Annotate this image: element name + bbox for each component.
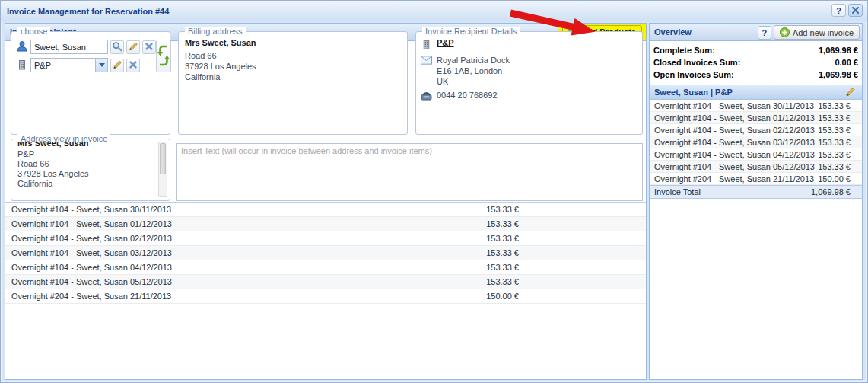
product-row[interactable]: Overnight #104 - Sweet, Susan 03/12/2013… xyxy=(5,246,646,260)
phone-icon xyxy=(421,91,433,102)
overview-title: Overview xyxy=(654,27,692,37)
building-icon xyxy=(421,39,433,52)
window-titlebar: Invoice Management for Reservation #44 ? xyxy=(1,1,867,21)
address-view-text[interactable]: Mrs Sweet, Susan P&PRoad 6637928 Los Ang… xyxy=(14,142,156,197)
address-view-fieldset: Address view in invoice Mrs Sweet, Susan… xyxy=(11,139,170,201)
invoice-item-row[interactable]: Overnight #104 - Sweet, Susan 02/12/2013… xyxy=(650,124,862,136)
product-row[interactable]: Overnight #104 - Sweet, Susan 05/12/2013… xyxy=(5,275,646,289)
sum-label: Open Invoices Sum: xyxy=(653,70,819,79)
recipient-company-row: P&P xyxy=(416,37,642,53)
address-view-name: Mrs Sweet, Susan xyxy=(14,142,156,149)
product-row[interactable]: Overnight #204 - Sweet, Susan 21/11/2013… xyxy=(5,289,646,304)
billing-address-fieldset: Billing address Mrs Sweet, Susan Road 66… xyxy=(178,31,408,135)
billing-address-line: 37928 Los Angeles xyxy=(179,61,407,72)
guest-clear-button[interactable] xyxy=(142,40,156,54)
invoice-item-label: Overnight #204 - Sweet, Susan 21/11/2013 xyxy=(650,174,818,184)
invoice-item-label: Overnight #104 - Sweet, Susan 05/12/2013 xyxy=(650,162,818,171)
invoice-subheader[interactable]: Sweet, Susan | P&P xyxy=(650,85,862,100)
sum-label: Complete Sum: xyxy=(653,46,819,55)
close-icon xyxy=(852,6,859,15)
invoice-item-row[interactable]: Overnight #104 - Sweet, Susan 30/11/2013… xyxy=(650,100,862,112)
recipient-phone: 0044 20 768692 xyxy=(437,90,498,101)
company-select-value: P&P xyxy=(31,61,95,70)
invoice-item-row[interactable]: Overnight #104 - Sweet, Susan 04/12/2013… xyxy=(650,148,862,161)
invoice-item-row[interactable]: Overnight #104 - Sweet, Susan 01/12/2013… xyxy=(650,112,862,124)
product-amount: 153.33 € xyxy=(443,263,519,272)
sum-value: 1,069.98 € xyxy=(819,46,858,55)
sum-label: Closed Invoices Sum: xyxy=(653,58,835,67)
recipient-details-legend: Invoice Recipient Details xyxy=(422,27,520,36)
company-select[interactable]: P&P xyxy=(30,58,108,72)
insert-text-area[interactable] xyxy=(176,143,643,201)
address-view-line: 37928 Los Angeles xyxy=(14,169,156,179)
window-close-button[interactable] xyxy=(848,4,863,17)
product-label: Overnight #104 - Sweet, Susan 05/12/2013 xyxy=(5,277,443,286)
invoice-item-label: Overnight #104 - Sweet, Susan 03/12/2013 xyxy=(650,138,818,147)
invoice-item-amount: 153.33 € xyxy=(818,138,862,147)
add-new-invoice-label: Add new invoice xyxy=(793,28,854,37)
product-amount: 153.33 € xyxy=(443,248,519,257)
company-clear-button[interactable] xyxy=(126,59,140,72)
invoice-total-value: 1,069.98 € xyxy=(811,187,862,196)
product-label: Overnight #104 - Sweet, Susan 02/12/2013 xyxy=(5,234,443,243)
address-view-lines: P&PRoad 6637928 Los AngelesCalifornia xyxy=(14,149,156,189)
invoice-item-row[interactable]: Overnight #204 - Sweet, Susan 21/11/2013… xyxy=(650,173,862,185)
invoice-item-amount: 150.00 € xyxy=(818,174,862,184)
sum-value: 1,069.98 € xyxy=(819,70,858,79)
billing-address-line: California xyxy=(179,72,407,82)
address-view-line: California xyxy=(14,179,156,189)
overview-help-button[interactable]: ? xyxy=(758,26,771,40)
pencil-icon xyxy=(112,59,122,72)
address-view-scrollbar[interactable] xyxy=(158,142,167,197)
invoice-item-amount: 153.33 € xyxy=(818,162,862,171)
product-label: Overnight #104 - Sweet, Susan 30/11/2013 xyxy=(5,205,443,214)
sum-row: Closed Invoices Sum: 0.00 € xyxy=(650,56,862,69)
recipient-address-lines: Royal Patricia DockE16 1AB, LondonUK xyxy=(437,55,510,87)
recipient-address-line: E16 1AB, London xyxy=(437,65,510,76)
product-row[interactable]: Overnight #104 - Sweet, Susan 04/12/2013… xyxy=(5,260,646,275)
overview-header: Overview ? Add new invoice xyxy=(650,24,862,41)
invoice-item-label: Overnight #104 - Sweet, Susan 04/12/2013 xyxy=(650,150,818,159)
product-amount: 150.00 € xyxy=(443,292,519,301)
guest-input[interactable] xyxy=(30,40,108,54)
product-row[interactable]: Overnight #104 - Sweet, Susan 01/12/2013… xyxy=(5,217,646,231)
product-amount: 153.33 € xyxy=(443,234,519,243)
recipient-address-row: Royal Patricia DockE16 1AB, LondonUK xyxy=(416,53,642,88)
pencil-icon xyxy=(844,86,856,99)
delete-x-icon xyxy=(145,42,154,53)
invoice-item-row[interactable]: Overnight #104 - Sweet, Susan 05/12/2013… xyxy=(650,161,862,173)
recipient-address-line: Royal Patricia Dock xyxy=(437,55,510,65)
search-icon xyxy=(112,41,122,53)
product-label: Overnight #104 - Sweet, Susan 04/12/2013 xyxy=(5,263,443,272)
billing-address-legend: Billing address xyxy=(185,27,246,36)
guest-edit-button[interactable] xyxy=(126,40,140,54)
product-row[interactable]: Overnight #104 - Sweet, Susan 30/11/2013… xyxy=(5,203,646,217)
invoice-item-amount: 153.33 € xyxy=(818,113,862,123)
swap-guest-company-button[interactable] xyxy=(156,40,171,72)
address-view-line: P&P xyxy=(14,149,156,159)
guest-search-button[interactable] xyxy=(110,40,124,54)
plus-circle-icon xyxy=(780,27,790,37)
chevron-down-icon[interactable] xyxy=(95,59,107,72)
invoice-items-grid: Overnight #104 - Sweet, Susan 30/11/2013… xyxy=(650,100,862,185)
billing-address-lines: Road 6637928 Los AngelesCalifornia xyxy=(179,50,407,82)
add-new-invoice-button[interactable]: Add new invoice xyxy=(774,25,860,40)
invoice-item-row[interactable]: Overnight #104 - Sweet, Susan 03/12/2013… xyxy=(650,136,862,148)
invoice-item-label: Overnight #104 - Sweet, Susan 30/11/2013 xyxy=(650,101,818,110)
scrollbar-thumb[interactable] xyxy=(160,143,166,174)
window-help-button[interactable]: ? xyxy=(831,4,846,17)
recipient-phone-row: 0044 20 768692 xyxy=(416,88,642,104)
company-edit-button[interactable] xyxy=(110,59,124,72)
product-amount: 153.33 € xyxy=(443,205,519,214)
product-row[interactable]: Overnight #104 - Sweet, Susan 02/12/2013… xyxy=(5,231,646,246)
product-amount: 153.33 € xyxy=(443,219,519,228)
window-tools: ? xyxy=(831,4,863,17)
overview-panel: Overview ? Add new invoice Complete Sum:… xyxy=(649,23,863,380)
sum-row: Complete Sum: 1,069.98 € xyxy=(650,44,862,56)
edit-invoice-button[interactable] xyxy=(842,87,857,98)
invoice-total-label: Invoice Total xyxy=(650,187,811,196)
company-choose-row: P&P xyxy=(16,58,140,72)
sum-value: 0.00 € xyxy=(835,58,858,67)
recipient-company-link[interactable]: P&P xyxy=(437,38,454,47)
delete-x-icon xyxy=(129,60,138,71)
